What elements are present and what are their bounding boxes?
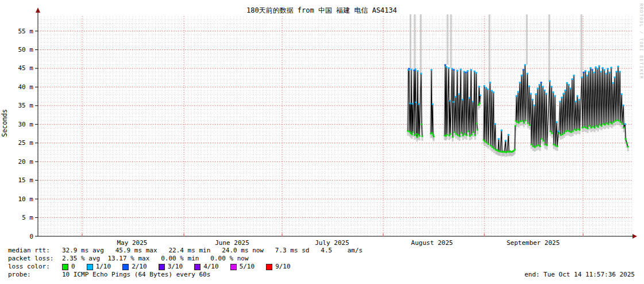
x-month-label: July 2025 <box>315 239 349 247</box>
loss-swatch-4-10 <box>194 264 200 270</box>
y-tick-label: 40 m <box>18 83 34 91</box>
y-tick-label: 30 m <box>18 121 34 128</box>
loss-swatch-0 <box>62 264 68 270</box>
gap-bar <box>420 14 422 76</box>
y-tick-label: 15 m <box>18 176 34 184</box>
median-rtt-label: median rtt: <box>8 247 50 255</box>
probe-label: probe: <box>8 271 31 279</box>
rrdtool-watermark: RRDTOOL / TOBI OETIKER <box>639 3 644 79</box>
x-axis-arrow <box>633 234 637 239</box>
x-month-label: May 2025 <box>117 239 148 247</box>
packet-loss-row: packet loss: 2.35 % avg 13.17 % max 0.00… <box>0 255 644 263</box>
loss-swatch-label: 2/10 <box>132 263 147 271</box>
gap-bar <box>489 14 491 83</box>
loss-color-swatches: 01/102/103/104/105/109/10 <box>62 263 302 271</box>
median-rtt-values: 32.9 ms avg 45.9 ms max 22.4 ms min 24.0… <box>62 247 363 255</box>
x-month-label: September 2025 <box>507 239 560 247</box>
loss-swatch-label: 0 <box>71 263 75 271</box>
packet-loss-values: 2.35 % avg 13.17 % max 0.00 % min 0.00 %… <box>62 255 249 263</box>
gap-bar <box>549 14 550 82</box>
probe-row: probe: 10 ICMP Echo Pings (64 Bytes) eve… <box>0 271 644 279</box>
y-tick-label: 20 m <box>18 158 34 166</box>
gap-bar <box>450 14 452 68</box>
stats-legend: median rtt: 32.9 ms avg 45.9 ms max 22.4… <box>0 247 644 279</box>
y-tick-label: 10 m <box>18 195 34 203</box>
loss-swatch-label: 5/10 <box>240 263 255 271</box>
loss-swatch-3-10 <box>159 264 165 270</box>
packet-loss-label: packet loss: <box>8 255 53 263</box>
y-tick-label: 50 m <box>18 46 34 53</box>
chart-title: 180天前的数据 from 中国 福建 电信 AS4134 <box>246 6 397 14</box>
loss-swatch-label: 9/10 <box>275 263 291 271</box>
gap-bar <box>414 14 416 68</box>
y-tick-label: 5 m <box>22 214 33 221</box>
probe-values: 10 ICMP Echo Pings (64 Bytes) every 60s <box>62 271 210 279</box>
y-tick-label: 35 m <box>18 102 34 109</box>
gap-bar <box>581 14 583 79</box>
loss-swatch-9-10 <box>266 264 272 270</box>
y-axis-title: Seconds <box>1 109 9 137</box>
loss-swatch-5-10 <box>230 264 237 270</box>
y-axis-arrow <box>36 7 40 13</box>
loss-swatch-label: 1/10 <box>96 263 111 271</box>
gap-bar <box>410 14 411 68</box>
y-tick-label: 55 m <box>18 28 34 35</box>
median-rtt-row: median rtt: 32.9 ms avg 45.9 ms max 22.4… <box>0 247 644 255</box>
y-tick-label: 25 m <box>18 139 34 147</box>
loss-swatch-label: 4/10 <box>203 263 219 271</box>
loss-color-label: loss color: <box>8 263 50 271</box>
loss-swatch-label: 3/10 <box>168 263 183 271</box>
end-timestamp: end: Tue Oct 14 11:57:36 2025 <box>525 271 635 279</box>
x-month-label: June 2025 <box>215 239 249 247</box>
y-tick-label: 0 <box>29 233 33 240</box>
gap-bar <box>447 14 449 64</box>
gap-bar <box>526 14 528 64</box>
latency-graph: 05 m10 m15 m20 m25 m30 m35 m40 m45 m50 m… <box>0 0 644 247</box>
loss-color-row: loss color: 01/102/103/104/105/109/10 <box>0 263 644 271</box>
y-tick-label: 45 m <box>18 64 34 72</box>
loss-swatch-1-10 <box>87 264 93 270</box>
loss-swatch-2-10 <box>122 264 129 270</box>
x-month-label: August 2025 <box>411 239 453 247</box>
gap-bars-layer <box>410 14 583 83</box>
